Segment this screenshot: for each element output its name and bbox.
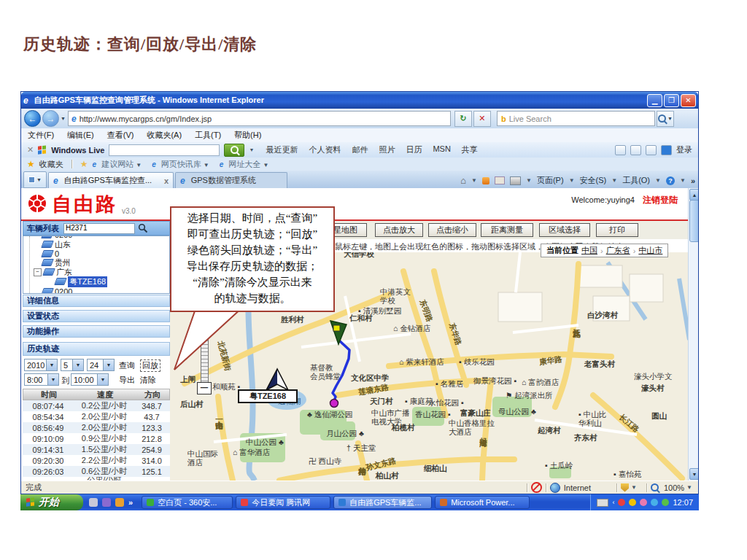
history-row[interactable]: 08:07:440.2公里/小时348.7 (23, 400, 170, 411)
live-toolbar-link[interactable]: 共享 (462, 144, 478, 155)
map-button[interactable]: 距离测量 (481, 223, 533, 237)
favorites-bar-item[interactable]: e 建议网站 ▼ (93, 159, 142, 170)
toolbar-close-icon[interactable]: ✕ (27, 145, 34, 155)
mail-icon[interactable] (495, 176, 505, 184)
favorites-bar-item[interactable]: e 网页快讯库 ▼ (152, 159, 209, 170)
stop-button[interactable]: ✕ (473, 111, 491, 127)
tree-item[interactable]: 0200 (42, 287, 72, 294)
time-to-select[interactable]: 10:00▼ (71, 373, 109, 386)
panel-history-track[interactable]: 历史轨迹 (23, 342, 170, 356)
help-icon[interactable]: ? (666, 176, 675, 185)
history-row[interactable]: 09:20:302.2公里/小时314.0 (23, 455, 170, 466)
tools-menu[interactable]: 工具(O) (622, 175, 650, 186)
tab-inactive[interactable]: e GPS数据管理系统 (175, 172, 287, 188)
export-button[interactable]: 导出 (119, 375, 135, 386)
logout-link[interactable]: 注销登陆 (643, 195, 678, 205)
taskbar-window-button[interactable]: 自由路GPS车辆监... (333, 496, 432, 509)
live-tool-icon-2[interactable] (630, 145, 641, 155)
menu-item[interactable]: 收藏夹(A) (140, 130, 188, 141)
tray-icon-pink[interactable] (640, 499, 647, 506)
start-button[interactable]: 开始 (20, 494, 83, 510)
page-scrollbar[interactable]: ▲ ▼ (688, 188, 698, 481)
breadcrumb-city[interactable]: 中山市 (638, 245, 662, 256)
add-favorite-star-icon[interactable]: ★ (80, 159, 88, 169)
tab-active[interactable]: e 自由路GPS车辆监控查... x (48, 172, 174, 188)
map-button[interactable]: 打印 (596, 223, 638, 237)
time-from-select[interactable]: 8:00▼ (24, 373, 59, 386)
menu-item[interactable]: 文件(F) (21, 130, 61, 141)
vehicle-search-input[interactable]: H2371 (63, 223, 135, 234)
tray-icon-yellow[interactable] (629, 499, 636, 506)
panel-detail-info[interactable]: 详细信息 (23, 295, 170, 307)
clear-button[interactable]: 清除 (140, 375, 156, 386)
live-toolbar-link[interactable]: 邮件 (352, 144, 368, 155)
live-tool-icon-3[interactable] (646, 145, 657, 155)
taskbar-window-button[interactable]: 今日要闻 腾讯网 (236, 496, 330, 509)
refresh-button[interactable]: ↻ (454, 111, 472, 127)
live-tool-icon-1[interactable] (615, 145, 626, 155)
menu-item[interactable]: 工具(T) (188, 130, 228, 141)
vehicle-search-icon[interactable] (138, 223, 148, 233)
tab-close-icon[interactable]: x (164, 176, 169, 185)
search-go-button[interactable]: ▼ (657, 111, 674, 127)
overflow-chevron-icon[interactable]: » (691, 176, 695, 185)
live-toolbar-link[interactable]: 照片 (379, 144, 395, 155)
menu-item[interactable]: 编辑(E) (61, 130, 101, 141)
menu-item[interactable]: 查看(V) (101, 130, 141, 141)
tree-item[interactable]: 山东 (42, 240, 71, 249)
tree-item[interactable]: 贵州 (42, 258, 71, 267)
page-menu[interactable]: 页面(P) (537, 175, 564, 186)
quick-launch-overflow-icon[interactable]: » (128, 498, 133, 507)
taskbar-window-button[interactable]: Microsoft Power... (435, 496, 530, 509)
live-toolbar-search-input[interactable] (109, 144, 220, 156)
live-search-box[interactable]: b Live Search (497, 111, 655, 126)
month-select[interactable]: 5▼ (61, 359, 84, 371)
map-button[interactable]: 点击放大 (375, 223, 423, 237)
favorites-label[interactable]: 收藏夹 (39, 159, 63, 170)
history-row[interactable]: 09:14:311.5公里/小时254.9 (23, 444, 170, 455)
feed-icon[interactable] (482, 177, 489, 184)
query-button[interactable]: 查询 (119, 360, 135, 371)
scroll-down-icon[interactable]: ▼ (689, 468, 698, 480)
quick-tabs-button[interactable]: ▼ (23, 171, 47, 188)
menu-item[interactable]: 帮助(H) (228, 130, 268, 141)
favorites-bar-item[interactable]: e 网址大全 ▼ (220, 159, 269, 170)
map-button[interactable]: 区域选择 (539, 223, 590, 237)
keyboard-tray-icon[interactable] (597, 499, 608, 507)
tray-icon-blue[interactable] (651, 499, 658, 506)
panel-functions[interactable]: 功能操作 (23, 325, 170, 338)
signin-link[interactable]: 登录 (676, 144, 692, 155)
map-button[interactable]: 点击缩小 (428, 223, 476, 237)
playback-button[interactable]: 回放 (140, 359, 160, 372)
live-toolbar-link[interactable]: MSN (433, 144, 450, 155)
nav-history-dropdown[interactable]: ▼ (61, 116, 66, 121)
zoom-icon[interactable] (651, 483, 659, 491)
minimize-button[interactable]: ▁ (647, 94, 662, 107)
quick-launch-icon-3[interactable] (115, 498, 124, 507)
tray-icon-green[interactable] (662, 499, 669, 506)
quick-launch-icon-2[interactable] (102, 498, 111, 507)
tray-icon-red[interactable] (618, 499, 625, 506)
breadcrumb-country[interactable]: 中国 (581, 245, 597, 256)
home-icon[interactable]: ⌂ (460, 175, 466, 186)
close-button[interactable]: ✕ (681, 94, 696, 107)
history-row[interactable]: 09:26:030.6公里/小时125.1 (23, 466, 170, 477)
tree-item[interactable]: 粤TZE168 (55, 277, 107, 286)
tree-item[interactable]: −广东 (34, 268, 72, 276)
map-zoom-out-button[interactable]: 一 (197, 382, 212, 394)
tray-collapse-icon[interactable]: ‹ (612, 499, 614, 506)
live-toolbar-search-button[interactable] (224, 144, 244, 157)
address-field[interactable]: e http://www.mycargps.cn/gm/Index.jsp (68, 111, 451, 126)
panel-set-status[interactable]: 设置状态 (23, 310, 170, 322)
tree-expander-icon[interactable]: − (34, 268, 42, 276)
scroll-thumb[interactable] (689, 200, 698, 242)
live-search-dropdown[interactable]: ▼ (249, 147, 254, 152)
zoom-level[interactable]: 100% (664, 483, 684, 492)
favorites-star-icon[interactable]: ★ (27, 159, 35, 169)
history-row[interactable]: 08:56:492.0公里/小时123.3 (23, 422, 170, 433)
breadcrumb-province[interactable]: 广东省 (606, 245, 630, 256)
live-toolbar-link[interactable]: 最近更新 (266, 144, 298, 155)
forward-button[interactable]: → (42, 110, 59, 127)
history-row[interactable]: 09:10:090.9公里/小时212.8 (23, 433, 170, 444)
history-row[interactable]: 08:54:342.0公里/小时43.7 (23, 411, 170, 422)
